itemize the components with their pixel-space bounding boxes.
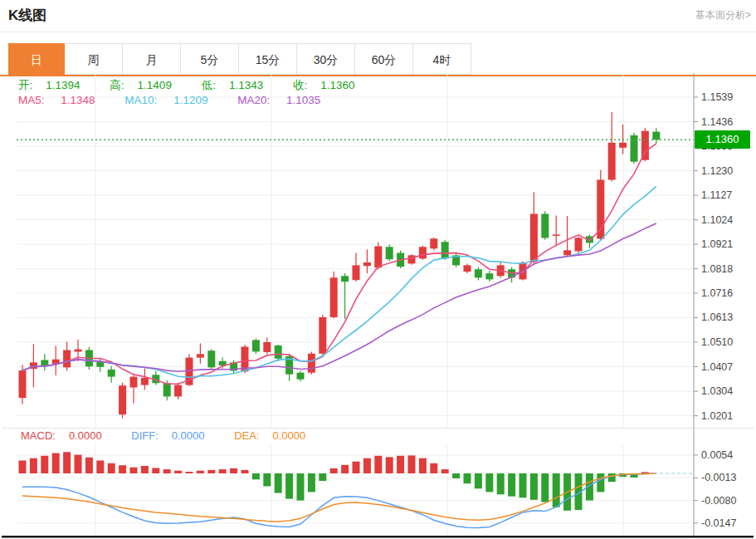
price-tick-label: 1.0201 (701, 409, 753, 423)
diff-value: DIFF:0.0000 (131, 429, 217, 442)
dea-value: DEA:0.0000 (234, 429, 319, 442)
price-tick-label: 1.1024 (701, 213, 753, 227)
macd-tick-label: 0.0054 (701, 448, 753, 462)
price-tick-label: 1.0304 (701, 385, 753, 398)
price-tick-label: 1.0921 (701, 238, 753, 251)
macd-readout: MACD:0.0000 DIFF:0.0000 DEA:0.0000 (21, 429, 332, 442)
price-tick-label: 1.0613 (701, 311, 753, 324)
price-tick-label: 1.0407 (701, 360, 753, 374)
ohlc-readout: 开:1.1394 高:1.1409 低:1.1343 收:1.1360 (18, 78, 382, 93)
macd-tick-label: -0.0147 (701, 517, 753, 530)
price-tick-label: 1.0818 (701, 262, 753, 276)
ohlc-close: 收:1.1360 (293, 79, 368, 91)
price-tick-label: 1.1230 (701, 164, 753, 178)
price-tick-label: 1.1539 (701, 91, 753, 104)
current-price-badge: 1.1360 (695, 130, 750, 149)
price-tick-label: 1.1127 (701, 189, 753, 202)
price-tick-label: 1.1436 (701, 115, 753, 129)
ma-readout: MA5: 1.1348 MA10: 1.1209 MA20: 1.1035 (18, 94, 347, 106)
macd-tick-label: -0.0080 (701, 494, 753, 507)
ma20-value: MA20: 1.1035 (237, 94, 334, 106)
macd-tick-label: -0.0013 (701, 471, 753, 484)
price-tick-label: 1.0716 (701, 287, 753, 300)
ohlc-low: 低:1.1343 (202, 79, 277, 91)
price-tick-label: 1.0510 (701, 336, 753, 349)
ohlc-open: 开:1.1394 (18, 79, 94, 91)
ma5-value: MA5: 1.1348 (18, 94, 109, 106)
macd-value: MACD:0.0000 (21, 429, 115, 442)
ohlc-high: 高:1.1409 (110, 79, 185, 91)
kline-widget: K线图 基本面分析> 日 周 月 5分 15分 30分 60分 4时 开:1.1… (0, 0, 756, 539)
ma10-value: MA10: 1.1209 (124, 94, 221, 106)
